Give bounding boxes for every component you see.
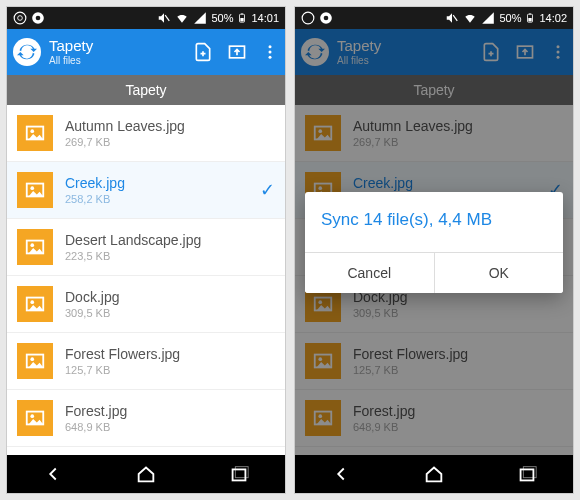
- svg-point-9: [269, 51, 272, 54]
- status-bar: 50% 14:02: [295, 7, 573, 29]
- clock-label: 14:01: [251, 12, 279, 24]
- svg-rect-32: [529, 18, 532, 21]
- svg-point-22: [30, 414, 34, 418]
- phone-screen-right: 50% 14:02 Tapety All files Tapety Autumn…: [294, 6, 574, 494]
- svg-rect-33: [530, 13, 532, 14]
- svg-rect-5: [241, 18, 244, 21]
- svg-point-2: [36, 16, 41, 21]
- image-file-icon: [17, 115, 53, 151]
- recent-button[interactable]: [516, 463, 538, 485]
- dialog-title: Sync 14 file(s), 4,4 MB: [305, 192, 563, 252]
- sync-notif-icon: [13, 11, 27, 25]
- file-name: Forest Flowers.jpg: [65, 346, 275, 362]
- appbar-subtitle: All files: [49, 55, 193, 66]
- svg-point-14: [30, 186, 34, 190]
- status-bar: 50% 14:01: [7, 7, 285, 29]
- file-size: 269,7 KB: [65, 136, 275, 148]
- recent-button[interactable]: [228, 463, 250, 485]
- check-icon: ✓: [260, 179, 275, 201]
- battery-icon: [237, 11, 247, 25]
- list-item[interactable]: Autumn Leaves.jpg269,7 KB: [7, 105, 285, 162]
- file-name: Dock.jpg: [65, 289, 275, 305]
- svg-rect-6: [242, 13, 244, 14]
- svg-point-18: [30, 300, 34, 304]
- upload-icon[interactable]: [227, 42, 247, 62]
- appbar-title: Tapety: [49, 38, 193, 55]
- list-item[interactable]: Creek.jpg258,2 KB✓: [7, 162, 285, 219]
- image-file-icon: [17, 172, 53, 208]
- svg-point-8: [269, 45, 272, 48]
- file-size: 309,5 KB: [65, 307, 275, 319]
- svg-line-30: [454, 15, 458, 21]
- svg-point-29: [324, 16, 329, 21]
- back-button[interactable]: [42, 463, 64, 485]
- file-list: Autumn Leaves.jpg269,7 KBCreek.jpg258,2 …: [7, 105, 285, 455]
- file-name: Forest.jpg: [65, 403, 275, 419]
- battery-icon: [525, 11, 535, 25]
- list-item[interactable]: Forest.jpg648,9 KB: [7, 390, 285, 447]
- home-button[interactable]: [135, 463, 157, 485]
- file-name: Creek.jpg: [65, 175, 254, 191]
- home-button[interactable]: [423, 463, 445, 485]
- back-button[interactable]: [330, 463, 352, 485]
- signal-icon: [481, 11, 495, 25]
- svg-point-12: [30, 129, 34, 133]
- phone-screen-left: 50% 14:01 Tapety All files Tapety Autumn…: [6, 6, 286, 494]
- signal-icon: [193, 11, 207, 25]
- cancel-button[interactable]: Cancel: [305, 253, 434, 293]
- file-size: 648,9 KB: [65, 421, 275, 433]
- image-file-icon: [17, 400, 53, 436]
- nav-bar: [7, 455, 285, 493]
- list-item[interactable]: Frangipani Flowers.jpg108,8 KB: [7, 447, 285, 455]
- app-logo-icon[interactable]: [13, 38, 41, 66]
- svg-rect-52: [520, 469, 533, 480]
- dialog-scrim[interactable]: Sync 14 file(s), 4,4 MB Cancel OK: [295, 29, 573, 455]
- svg-point-20: [30, 357, 34, 361]
- svg-rect-25: [232, 469, 245, 480]
- new-file-icon[interactable]: [193, 42, 213, 62]
- svg-line-3: [166, 15, 170, 21]
- battery-label: 50%: [211, 12, 233, 24]
- list-item[interactable]: Dock.jpg309,5 KB: [7, 276, 285, 333]
- svg-point-16: [30, 243, 34, 247]
- sync-confirm-dialog: Sync 14 file(s), 4,4 MB Cancel OK: [305, 192, 563, 293]
- overflow-menu-icon[interactable]: [261, 43, 279, 61]
- section-header: Tapety: [7, 75, 285, 105]
- ok-button[interactable]: OK: [434, 253, 564, 293]
- clock-label: 14:02: [539, 12, 567, 24]
- app-bar: Tapety All files: [7, 29, 285, 75]
- silent-icon: [157, 11, 171, 25]
- nav-bar: [295, 455, 573, 493]
- file-name: Autumn Leaves.jpg: [65, 118, 275, 134]
- image-file-icon: [17, 343, 53, 379]
- file-size: 223,5 KB: [65, 250, 275, 262]
- wifi-icon: [175, 11, 189, 25]
- battery-label: 50%: [499, 12, 521, 24]
- app-notif-icon: [319, 11, 333, 25]
- sync-notif-icon: [301, 11, 315, 25]
- file-name: Desert Landscape.jpg: [65, 232, 275, 248]
- wifi-icon: [463, 11, 477, 25]
- svg-point-27: [302, 12, 314, 24]
- svg-point-10: [269, 56, 272, 59]
- app-notif-icon: [31, 11, 45, 25]
- list-item[interactable]: Forest Flowers.jpg125,7 KB: [7, 333, 285, 390]
- svg-point-0: [14, 12, 26, 24]
- silent-icon: [445, 11, 459, 25]
- file-size: 125,7 KB: [65, 364, 275, 376]
- image-file-icon: [17, 286, 53, 322]
- image-file-icon: [17, 229, 53, 265]
- list-item[interactable]: Desert Landscape.jpg223,5 KB: [7, 219, 285, 276]
- file-size: 258,2 KB: [65, 193, 254, 205]
